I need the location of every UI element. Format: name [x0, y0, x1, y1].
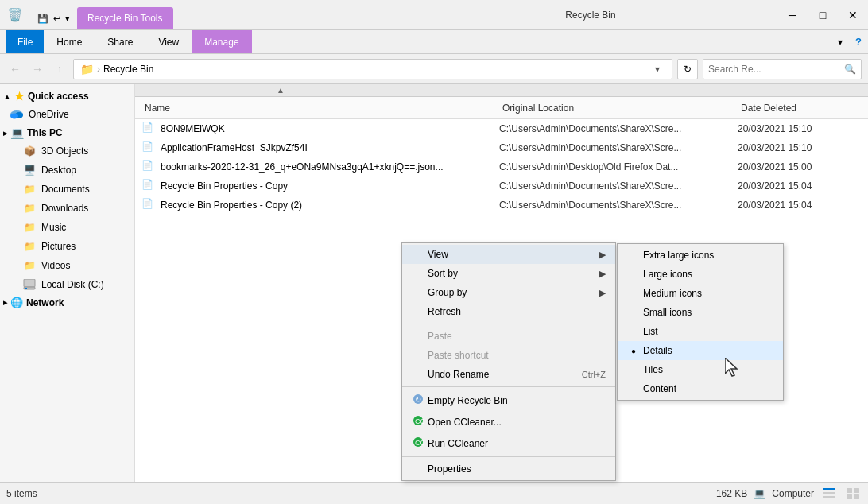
table-row[interactable]: 📄 8ON9MEiWQK C:\Users\Admin\Documents\Sh…: [135, 119, 868, 138]
ctx-sortby-item[interactable]: Sort by ▶: [402, 264, 615, 283]
ctx-undo-shortcut: Ctrl+Z: [582, 370, 606, 379]
sidebar-item-documents[interactable]: 📁 Documents: [0, 180, 134, 199]
sidebar-item-music[interactable]: 📁 Music: [0, 218, 134, 237]
collapse-bar[interactable]: ▲: [135, 84, 868, 97]
svg-text:CC: CC: [415, 417, 424, 425]
ctx-separator-1: [402, 324, 615, 324]
window-controls: ─ □ ✕: [777, 4, 868, 26]
ctx-properties-item[interactable]: Properties: [402, 459, 615, 479]
search-icon[interactable]: 🔍: [844, 64, 856, 75]
svg-rect-14: [823, 496, 835, 498]
localdisk-icon: [22, 277, 37, 292]
sidebar-item-desktop[interactable]: 🖥️ Desktop: [0, 161, 134, 180]
ribbon-chevron-icon[interactable]: ▾: [831, 33, 849, 51]
this-pc-header[interactable]: ▸ 💻 This PC: [0, 124, 134, 142]
ctx-paste-item[interactable]: Paste: [402, 327, 615, 346]
this-pc-chevron-icon: ▸: [3, 129, 7, 138]
file-icon: 📄: [141, 141, 156, 155]
view-toggle-icons-button[interactable]: [844, 485, 862, 502]
svg-rect-12: [823, 488, 835, 490]
help-button[interactable]: ?: [849, 33, 868, 51]
status-bar-right: 162 KB 💻 Computer: [716, 485, 862, 502]
refresh-button[interactable]: ↻: [677, 59, 698, 79]
ctx-view-arrow-icon: ▶: [599, 250, 606, 260]
forward-button[interactable]: →: [29, 60, 46, 78]
submenu-large-icons[interactable]: Large icons: [618, 265, 783, 284]
sidebar-item-downloads[interactable]: 📁 Downloads: [0, 199, 134, 218]
sidebar-onedrive-label: OneDrive: [29, 109, 69, 120]
ctx-groupby-item[interactable]: Group by ▶: [402, 283, 615, 302]
manage-tab[interactable]: Manage: [192, 30, 251, 53]
up-button[interactable]: ↑: [51, 60, 68, 78]
ctx-open-ccleaner-item[interactable]: CC Open CCleaner...: [402, 411, 615, 432]
quick-access-chevron-icon: ▲: [3, 92, 11, 101]
table-row[interactable]: 📄 bookmarks-2020-12-31_26_q+eONa9MNsa3gq…: [135, 157, 868, 176]
svg-rect-15: [847, 488, 852, 493]
col-location-header[interactable]: Original Location: [499, 103, 738, 114]
col-name-header[interactable]: Name: [141, 103, 499, 114]
column-headers: Name Original Location Date Deleted: [135, 97, 868, 119]
sidebar-item-videos[interactable]: 📁 Videos: [0, 256, 134, 275]
ctx-refresh-item[interactable]: Refresh: [402, 302, 615, 321]
onedrive-icon: [10, 107, 24, 122]
svg-text:↻: ↻: [415, 395, 421, 404]
ctx-empty-recycle-item[interactable]: ↻ Empty Recycle Bin: [402, 390, 615, 411]
sidebar-item-pictures[interactable]: 📁 Pictures: [0, 237, 134, 256]
view-toggle-details-button[interactable]: [820, 485, 838, 502]
ctx-view-item[interactable]: View ▶: [402, 245, 615, 264]
submenu-extra-large-icons[interactable]: Extra large icons: [618, 246, 783, 265]
table-row[interactable]: 📄 Recycle Bin Properties - Copy (2) C:\U…: [135, 196, 868, 215]
sidebar-videos-label: Videos: [41, 260, 70, 271]
collapse-icon: ▲: [277, 86, 285, 95]
quick-access-toolbar[interactable]: 💾 ↩ ▾: [30, 7, 77, 29]
ctx-undo-rename-item[interactable]: Undo Rename Ctrl+Z: [402, 365, 615, 384]
sidebar-documents-label: Documents: [41, 184, 90, 195]
address-dropdown-icon[interactable]: ▾: [649, 64, 665, 75]
close-button[interactable]: ✕: [838, 4, 868, 26]
home-tab[interactable]: Home: [44, 30, 95, 53]
svg-point-2: [10, 114, 18, 119]
file-icon: 📄: [141, 179, 156, 193]
minimize-button[interactable]: ─: [777, 4, 808, 26]
back-button[interactable]: ←: [6, 60, 24, 78]
quick-access-label: Quick access: [28, 91, 89, 102]
3dobjects-icon: 📦: [22, 144, 37, 158]
submenu-list[interactable]: List: [618, 322, 783, 341]
status-location: Computer: [772, 488, 814, 499]
title-tabs: 💾 ↩ ▾ Recycle Bin Tools: [30, 0, 404, 29]
sidebar-item-localdisk[interactable]: Local Disk (C:): [0, 275, 134, 294]
file-tab[interactable]: File: [6, 30, 44, 53]
address-text: Recycle Bin: [103, 64, 649, 75]
ctx-run-ccleaner-icon: CC: [412, 436, 424, 450]
ctx-run-ccleaner-item[interactable]: CC Run CCleaner: [402, 432, 615, 454]
search-box[interactable]: 🔍: [703, 59, 862, 79]
svg-rect-5: [25, 288, 27, 289]
share-tab[interactable]: Share: [95, 30, 145, 53]
submenu-content[interactable]: Content: [618, 379, 783, 398]
table-row[interactable]: 📄 ApplicationFrameHost_SJkpvZf54I C:\Use…: [135, 138, 868, 157]
view-tab[interactable]: View: [145, 30, 192, 53]
ctx-sortby-arrow-icon: ▶: [599, 269, 606, 279]
svg-text:CC: CC: [415, 439, 424, 447]
table-row[interactable]: 📄 Recycle Bin Properties - Copy C:\Users…: [135, 176, 868, 196]
maximize-button[interactable]: □: [808, 4, 838, 26]
ctx-separator-3: [402, 456, 615, 457]
submenu-small-icons[interactable]: Small icons: [618, 303, 783, 322]
quick-access-header[interactable]: ▲ ★ Quick access: [0, 87, 134, 105]
svg-rect-13: [823, 492, 835, 494]
sidebar-music-label: Music: [41, 222, 66, 233]
recycle-bin-tools-tab[interactable]: Recycle Bin Tools: [77, 7, 173, 29]
sidebar-item-3dobjects[interactable]: 📦 3D Objects: [0, 142, 134, 161]
submenu-tiles[interactable]: Tiles: [618, 360, 783, 379]
col-date-header[interactable]: Date Deleted: [738, 103, 862, 114]
network-header[interactable]: ▸ 🌐 Network: [0, 294, 134, 311]
submenu-medium-icons[interactable]: Medium icons: [618, 284, 783, 303]
ctx-paste-shortcut-item[interactable]: Paste shortcut: [402, 346, 615, 365]
sidebar-item-onedrive[interactable]: OneDrive: [0, 105, 134, 124]
context-menu: View ▶ Sort by ▶ Group by ▶ Refresh Past…: [401, 242, 616, 481]
computer-icon: 💻: [754, 488, 765, 499]
search-input[interactable]: [708, 64, 844, 75]
address-box[interactable]: 📁 › Recycle Bin ▾: [73, 59, 672, 79]
submenu-details[interactable]: ● Details: [618, 341, 783, 360]
ctx-groupby-arrow-icon: ▶: [599, 288, 606, 298]
